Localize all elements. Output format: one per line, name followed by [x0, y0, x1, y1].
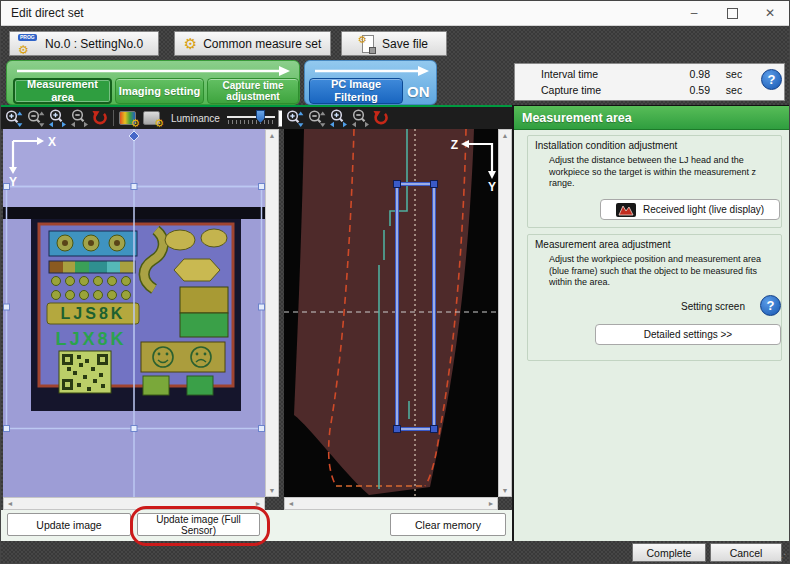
timing-help-button[interactable]: ?: [761, 69, 782, 90]
left-viewer-toolbar: ⚙ ⚙ Luminance 70 ▲ ▼: [1, 105, 282, 129]
smiley-block: [141, 342, 225, 372]
program-gear-icon: PROG ⚙: [18, 34, 39, 54]
detailed-settings-label: Detailed settings >>: [644, 329, 732, 340]
tab-measurement-area-label: Measurement area: [15, 78, 110, 103]
help-icon: ?: [767, 298, 775, 313]
image-mode-gray-icon[interactable]: ⚙: [143, 111, 160, 125]
close-button[interactable]: ✕: [751, 1, 789, 25]
scroll-left-icon[interactable]: ◄: [4, 498, 16, 509]
received-light-button[interactable]: Received light (live display): [600, 199, 780, 220]
capture-time-label: Capture time: [541, 84, 658, 96]
tab-imaging-setting-label: Imaging setting: [119, 85, 200, 98]
reset-view-icon[interactable]: [92, 110, 108, 126]
left-viewer-hscrollbar[interactable]: ◄ ►: [3, 497, 265, 510]
flow-arrow-icon: [313, 65, 431, 77]
setting-no-button[interactable]: PROG ⚙ No.0 : SettingNo.0: [9, 31, 159, 56]
slider-track[interactable]: [227, 116, 275, 118]
update-image-label: Update image: [36, 519, 101, 531]
profile-viewer-toolbar: [282, 105, 512, 129]
save-file-label: Save file: [382, 37, 428, 51]
panel-header-title: Measurement area: [522, 111, 632, 125]
complete-label: Complete: [647, 547, 692, 559]
scroll-left-icon[interactable]: ◄: [285, 498, 297, 509]
height-image-canvas[interactable]: LJS8K LJX8K: [3, 129, 265, 497]
pc-image-filtering-group: PC Image Filtering ON: [304, 60, 437, 105]
resize-grip[interactable]: ⋰: [777, 552, 787, 563]
measurement-flow-tab-group: Measurement area Imaging setting Capture…: [6, 60, 300, 105]
maximize-button[interactable]: [713, 1, 751, 25]
axis-z-label: Z: [451, 138, 458, 152]
color-bar: [49, 261, 135, 273]
edit-direct-set-dialog: Edit direct set – ✕ PROG ⚙ No.0 : Settin…: [0, 0, 790, 564]
installation-condition-title: Installation condition adjustment: [535, 140, 677, 151]
cancel-button[interactable]: Cancel: [710, 543, 782, 562]
profile-viewer-hscrollbar[interactable]: ◄ ►: [284, 497, 498, 510]
zoom-in-vertical-icon[interactable]: [285, 109, 304, 128]
help-icon: ?: [768, 72, 776, 87]
profile-canvas[interactable]: Z Y: [284, 129, 498, 497]
tab-capture-time-adjustment[interactable]: Capture time adjustment: [207, 78, 299, 104]
interval-time-label: Interval time: [541, 68, 658, 80]
received-light-label: Received light (live display): [643, 204, 764, 215]
slider-ticks: [228, 120, 274, 124]
zoom-out-horizontal-icon[interactable]: [351, 109, 370, 128]
pc-image-filtering-button[interactable]: PC Image Filtering: [309, 78, 403, 104]
minimize-icon: –: [691, 6, 698, 20]
update-image-full-label: Update image (Full Sensor): [144, 514, 253, 536]
update-image-full-sensor-button[interactable]: Update image (Full Sensor): [137, 513, 260, 536]
complete-button[interactable]: Complete: [632, 543, 706, 562]
zoom-out-vertical-icon[interactable]: [307, 109, 326, 128]
measurement-area-panel: Measurement area Installation condition …: [512, 105, 790, 541]
detailed-settings-button[interactable]: Detailed settings >>: [595, 324, 781, 345]
luminance-slider[interactable]: [227, 109, 275, 127]
interval-time-unit: sec: [710, 68, 758, 80]
image-mode-color-icon[interactable]: ⚙: [119, 111, 136, 125]
setting-no-label: No.0 : SettingNo.0: [45, 37, 143, 51]
gear-icon: ⚙: [154, 118, 164, 129]
target-board: LJS8K LJX8K: [31, 219, 241, 411]
reset-view-icon[interactable]: [373, 110, 389, 126]
received-light-icon: [616, 203, 636, 217]
close-icon: ✕: [765, 6, 775, 20]
prog-badge-icon: PROG: [18, 34, 37, 41]
save-file-button[interactable]: ⚙ Save file: [341, 31, 447, 56]
zoom-in-horizontal-icon[interactable]: [48, 109, 67, 128]
zoom-out-horizontal-icon[interactable]: [70, 109, 89, 128]
tab-imaging-setting[interactable]: Imaging setting: [115, 78, 204, 104]
common-measure-set-button[interactable]: ⚙ Common measure set: [174, 31, 331, 56]
interval-time-row: Interval time 0.98 sec: [515, 68, 784, 80]
axis-y-label: Y: [488, 180, 496, 194]
floppy-icon: [369, 47, 376, 54]
tab-measurement-area[interactable]: Measurement area: [13, 78, 112, 104]
hexagon-shape: [174, 259, 220, 281]
filter-on-text: ON: [407, 83, 430, 100]
scroll-right-icon[interactable]: ►: [485, 498, 497, 509]
gear-icon: ⚙: [130, 118, 140, 129]
setting-screen-label: Setting screen: [681, 301, 745, 312]
zoom-out-vertical-icon[interactable]: [26, 109, 45, 128]
scroll-right-icon[interactable]: ►: [252, 498, 264, 509]
panel-header: Measurement area: [514, 105, 790, 130]
clear-memory-button[interactable]: Clear memory: [390, 513, 506, 536]
measurement-area-adjustment-body: Adjust the workpiece position and measur…: [549, 254, 775, 289]
setting-screen-help-button[interactable]: ?: [760, 295, 781, 316]
maximize-icon: [727, 8, 738, 19]
installation-condition-section: Installation condition adjustment Adjust…: [527, 135, 782, 228]
pc-image-filtering-label: PC Image Filtering: [310, 78, 402, 103]
scroll-down-icon[interactable]: ▼: [266, 485, 278, 496]
scroll-up-icon[interactable]: ▲: [499, 130, 511, 141]
axis-y-label: Y: [9, 175, 17, 189]
zoom-in-horizontal-icon[interactable]: [329, 109, 348, 128]
flow-arrow-icon: [15, 65, 293, 77]
zoom-in-vertical-icon[interactable]: [4, 109, 23, 128]
window-title: Edit direct set: [11, 6, 84, 20]
left-viewer-vscrollbar[interactable]: ▲ ▼: [265, 129, 279, 497]
board-text-ljs8k: LJS8K: [61, 305, 126, 322]
update-image-button[interactable]: Update image: [7, 513, 131, 536]
scroll-up-icon[interactable]: ▲: [266, 130, 278, 141]
titlebar: Edit direct set – ✕: [1, 1, 789, 26]
scroll-down-icon[interactable]: ▼: [499, 485, 511, 496]
minimize-button[interactable]: –: [675, 1, 713, 25]
profile-viewer-vscrollbar[interactable]: ▲ ▼: [498, 129, 512, 497]
qr-code: [59, 351, 111, 393]
